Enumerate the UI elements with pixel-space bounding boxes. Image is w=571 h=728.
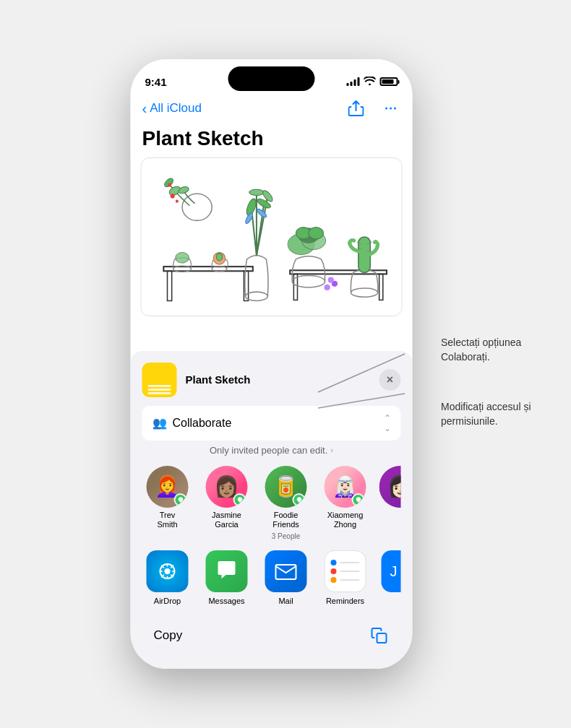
- dot-line-3: [340, 579, 360, 581]
- message-badge-icon-trev: [177, 496, 184, 503]
- person-name-foodie: Foodie Friends: [261, 511, 312, 529]
- svg-point-1: [390, 108, 392, 110]
- reminder-dot-red: [331, 568, 360, 574]
- dot-line-1: [340, 562, 360, 563]
- dot-orange: [331, 577, 337, 583]
- app-reminders[interactable]: Reminders: [320, 550, 371, 605]
- reminders-app-icon: [325, 550, 366, 592]
- apps-row: AirDrop Messages: [142, 550, 401, 605]
- sketch-image: [141, 157, 403, 316]
- svg-point-0: [385, 108, 387, 110]
- share-sheet: Plant Sketch × 👥 Collaborate ⌃⌄: [131, 351, 413, 669]
- avatar-xiaomeng: 🧝🏻‍♀️: [325, 466, 366, 508]
- reminder-dot-blue: [331, 560, 360, 566]
- collaborate-label: Collaborate: [173, 417, 232, 430]
- file-name-container: Plant Sketch: [186, 373, 251, 386]
- access-label: Only invited people can edit.: [210, 445, 327, 456]
- message-badge-jasmine: [233, 493, 246, 506]
- wifi-icon: [364, 77, 376, 87]
- mail-label: Mail: [278, 597, 293, 605]
- svg-point-42: [328, 277, 334, 283]
- bottom-bar: Copy: [142, 617, 401, 657]
- dynamic-island: [228, 66, 315, 91]
- person-name-trev: TrevSmith: [157, 511, 177, 529]
- message-badge-xiaomeng: [352, 493, 365, 506]
- svg-point-49: [165, 568, 171, 574]
- people-row: 👩‍🦰 TrevSmith 👩🏽: [142, 466, 401, 540]
- collaborate-inner: 👥 Collaborate: [153, 416, 232, 430]
- reminders-label: Reminders: [326, 597, 364, 605]
- more-button[interactable]: [381, 98, 401, 118]
- collaborate-row[interactable]: 👥 Collaborate ⌃⌄: [142, 406, 401, 441]
- nav-actions: [346, 98, 401, 118]
- annotation-collaborate: Selectați opțiunea Colaborați.: [441, 336, 557, 364]
- ellipsis-icon: [383, 100, 399, 116]
- page-title: Plant Sketch: [142, 127, 401, 150]
- avatar-jasmine: 👩🏽: [206, 466, 248, 508]
- messages-label: Messages: [208, 597, 244, 605]
- message-badge-icon-jasmine: [236, 496, 243, 503]
- svg-point-2: [394, 108, 396, 110]
- svg-point-44: [176, 253, 189, 263]
- dot-red: [331, 568, 337, 574]
- collaborate-icon: 👥: [153, 416, 167, 430]
- app-partial: J: [379, 550, 401, 605]
- svg-point-23: [249, 189, 265, 195]
- share-icon: [348, 100, 364, 116]
- person-name-jasmine: JasmineGarcia: [212, 511, 241, 529]
- phone-frame: 9:41: [131, 59, 413, 669]
- svg-rect-51: [377, 633, 387, 643]
- file-icon: [142, 363, 177, 397]
- file-line-2: [148, 389, 171, 391]
- app-messages[interactable]: Messages: [202, 550, 252, 605]
- file-name-label: Plant Sketch: [186, 373, 251, 386]
- app-airdrop[interactable]: AirDrop: [142, 550, 193, 605]
- person-sub-foodie: 3 People: [272, 532, 300, 540]
- signal-bar-3: [354, 79, 356, 86]
- file-info-row: Plant Sketch: [142, 363, 251, 397]
- file-icon-lines: [145, 385, 174, 394]
- annotation-access: Modificați accesul și permisiunile.: [441, 401, 557, 429]
- app-mail[interactable]: Mail: [261, 550, 312, 605]
- person-trev[interactable]: 👩‍🦰 TrevSmith: [142, 466, 193, 540]
- reminder-dot-orange: [331, 577, 360, 583]
- battery-fill: [382, 79, 394, 84]
- nav-bar: ‹ All iCloud: [131, 95, 413, 124]
- person-jasmine[interactable]: 👩🏽 JasmineGarcia: [202, 466, 252, 540]
- copy-icon-svg: [371, 627, 388, 644]
- dot-blue: [331, 560, 337, 566]
- file-line-1: [148, 385, 171, 387]
- close-button[interactable]: ×: [379, 369, 401, 391]
- copy-icon-button[interactable]: [369, 625, 390, 646]
- person-foodie[interactable]: 🥫 Foodie Friends 3 People: [261, 466, 312, 540]
- status-icons: [347, 77, 398, 87]
- signal-bars-icon: [347, 77, 360, 86]
- message-badge-icon-xiaomeng: [355, 496, 361, 503]
- message-badge-icon-foodie: [296, 496, 302, 503]
- back-label: All iCloud: [150, 101, 202, 116]
- svg-point-16: [176, 200, 179, 203]
- partial-app-icon: J: [381, 550, 401, 592]
- person-xiaomeng[interactable]: 🧝🏻‍♀️ XiaomengZhong: [320, 466, 371, 540]
- share-sheet-header: Plant Sketch ×: [142, 363, 401, 397]
- copy-button[interactable]: Copy: [154, 628, 183, 643]
- messages-icon-svg: [215, 559, 239, 584]
- svg-point-40: [325, 285, 330, 290]
- back-button[interactable]: ‹ All iCloud: [142, 100, 202, 117]
- annotations-panel: Selectați opțiunea Colaborați. Modificaț…: [441, 336, 557, 428]
- page-title-section: Plant Sketch: [131, 124, 413, 157]
- back-chevron-icon: ‹: [142, 100, 147, 117]
- share-button[interactable]: [346, 98, 366, 118]
- airdrop-label: AirDrop: [154, 597, 181, 605]
- mail-app-icon: [265, 550, 307, 592]
- access-row[interactable]: Only invited people can edit. ›: [142, 445, 401, 456]
- mail-icon-svg: [274, 559, 299, 584]
- airdrop-app-icon: [147, 550, 189, 592]
- file-line-3: [148, 392, 171, 394]
- message-badge-foodie: [293, 493, 306, 506]
- status-time: 9:41: [145, 76, 167, 88]
- access-chevron-icon: ›: [330, 446, 333, 454]
- signal-bar-1: [347, 83, 349, 86]
- airdrop-icon-svg: [155, 559, 180, 584]
- message-badge-trev: [174, 493, 187, 506]
